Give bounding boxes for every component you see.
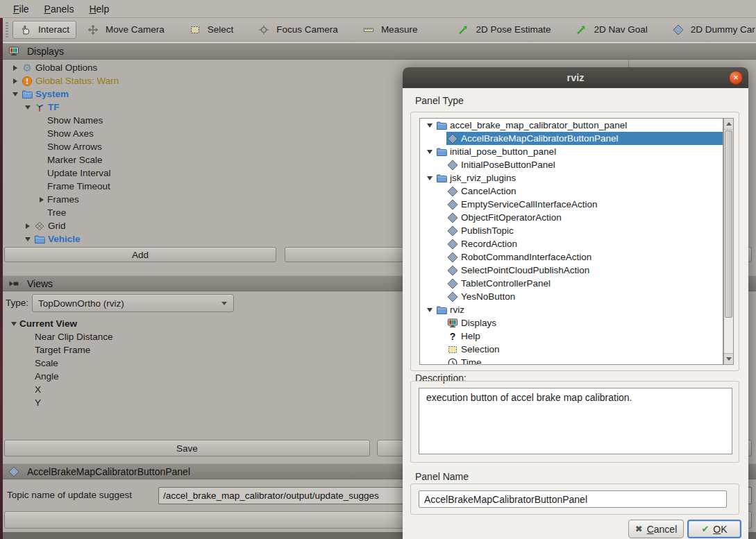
- tree-item-update-interval[interactable]: Update Interval: [3, 166, 405, 180]
- tree-item-vehicle[interactable]: Vehicle: [3, 232, 405, 246]
- tool-label: 2D Pose Estimate: [476, 24, 551, 35]
- panel-type-item-selection[interactable]: Selection: [420, 343, 723, 356]
- tree-item-label: Near Clip Distance: [35, 332, 113, 342]
- expanded-arrow-icon: [8, 322, 19, 326]
- menu-bar: FilePanelsHelp: [0, 0, 756, 18]
- add-button[interactable]: Add: [4, 247, 276, 262]
- panel-type-item-tabletcontrollerpanel[interactable]: TabletControllerPanel: [420, 277, 723, 290]
- panel-type-item-label: RobotCommandInterfaceAction: [461, 252, 591, 262]
- panel-type-item-emptyservicecallinterfaceaction[interactable]: EmptyServiceCallInterfaceAction: [420, 198, 723, 211]
- tree-item-label: TF: [48, 102, 60, 112]
- panel-type-item-accelbrakemapcalibratorbuttonpanel[interactable]: AccelBrakeMapCalibratorButtonPanel: [420, 132, 723, 145]
- panel-type-item-recordaction[interactable]: RecordAction: [420, 237, 723, 250]
- panel-type-item-jsk-rviz-plugins[interactable]: jsk_rviz_plugins: [420, 171, 723, 185]
- plugin-diamond-icon: [446, 133, 459, 144]
- tool-label: Interact: [38, 24, 69, 35]
- tree-item-scale[interactable]: Scale: [3, 357, 405, 370]
- scrollbar-thumb[interactable]: [725, 130, 732, 318]
- panel-type-item-label: RecordAction: [461, 239, 517, 249]
- panel-type-item-help[interactable]: ?Help: [420, 330, 723, 343]
- plugin-diamond-icon: [446, 291, 459, 302]
- tool-2d-dummy-car[interactable]: 2D Dummy Car: [667, 21, 756, 39]
- plugin-diamond-icon: [446, 199, 459, 210]
- panel-type-item-displays[interactable]: Displays: [420, 316, 723, 330]
- tool-move-camera[interactable]: Move Camera: [82, 21, 169, 39]
- tree-item-show-names[interactable]: Show Names: [3, 114, 405, 127]
- tree-item-near-clip-distance[interactable]: Near Clip Distance: [3, 330, 405, 343]
- tree-item-label: Angle: [35, 371, 59, 382]
- plugin-diamond-icon: [446, 212, 459, 223]
- scroll-up-icon[interactable]: [724, 119, 733, 130]
- scroll-down-icon[interactable]: [724, 353, 733, 364]
- panel-type-scrollbar[interactable]: [723, 118, 734, 365]
- panel-type-item-label: initial_pose_button_panel: [450, 146, 556, 157]
- tree-item-label: Update Interval: [47, 168, 111, 178]
- tree-item-frames[interactable]: Frames: [3, 193, 405, 206]
- cancel-button-label: Cancel: [647, 524, 678, 535]
- panel-type-item-robotcommandinterfaceaction[interactable]: RobotCommandInterfaceAction: [420, 250, 723, 264]
- tool-label: 2D Dummy Car: [691, 24, 755, 35]
- tree-item-label: Vehicle: [48, 234, 81, 244]
- tool-measure[interactable]: Measure: [358, 21, 423, 39]
- collapsed-arrow-icon: [10, 65, 21, 71]
- expanded-arrow-icon: [22, 105, 33, 110]
- panel-type-item-accel-brake-map-calibrator-button-panel[interactable]: accel_brake_map_calibrator_button_panel: [420, 119, 723, 132]
- tree-item-label: X: [35, 384, 41, 395]
- panel-name-input[interactable]: [419, 490, 727, 508]
- monitor-icon: [446, 318, 459, 329]
- tree-item-angle[interactable]: Angle: [3, 370, 405, 383]
- panel-type-item-objectfitoperatoraction[interactable]: ObjectFitOperatorAction: [420, 211, 723, 224]
- tree-item-show-arrows[interactable]: Show Arrows: [3, 140, 405, 153]
- panel-type-item-initial-pose-button-panel[interactable]: initial_pose_button_panel: [420, 145, 723, 158]
- panel-type-item-time[interactable]: Time: [420, 356, 723, 365]
- expanded-arrow-icon: [424, 308, 435, 312]
- plugin-diamond-icon: [446, 186, 459, 197]
- folder-icon: [33, 234, 46, 245]
- tool-label: Select: [208, 24, 234, 35]
- menu-help[interactable]: Help: [81, 1, 117, 17]
- view-type-dropdown[interactable]: TopDownOrtho (rviz): [32, 294, 234, 312]
- tool-focus-camera[interactable]: Focus Camera: [253, 21, 343, 39]
- monitor-icon: [8, 46, 20, 57]
- tool-interact[interactable]: Interact: [12, 21, 76, 39]
- cross-icon: ✖: [635, 524, 643, 534]
- toolbar: InteractMove CameraSelectFocus CameraMea…: [3, 18, 756, 42]
- close-icon[interactable]: ×: [729, 71, 743, 85]
- panel-type-item-initialposebuttonpanel[interactable]: InitialPoseButtonPanel: [420, 158, 723, 171]
- tool-select[interactable]: Select: [184, 21, 239, 39]
- tool-2d-pose-estimate[interactable]: 2D Pose Estimate: [452, 21, 555, 39]
- rviz-window: FilePanelsHelp InteractMove CameraSelect…: [0, 0, 756, 539]
- save-button[interactable]: Save: [4, 440, 370, 456]
- toolbar-drag-handle[interactable]: [6, 22, 8, 37]
- panel-type-item-rviz[interactable]: rviz: [420, 303, 723, 316]
- tree-item-show-axes[interactable]: Show Axes: [3, 127, 405, 140]
- tree-item-x[interactable]: X: [3, 383, 405, 396]
- tree-item-global-options[interactable]: ⚙Global Options: [3, 61, 405, 74]
- tree-item-y[interactable]: Y: [3, 396, 405, 409]
- tree-item-current-view[interactable]: Current View: [3, 317, 405, 330]
- menu-panels[interactable]: Panels: [37, 1, 82, 17]
- cancel-button[interactable]: ✖ Cancel: [628, 520, 684, 538]
- tree-item-marker-scale[interactable]: Marker Scale: [3, 153, 405, 166]
- clock-icon: [446, 357, 459, 366]
- tree-item-target-frame[interactable]: Target Frame: [3, 343, 405, 357]
- panel-type-item-label: Time: [461, 357, 482, 365]
- tree-item-frame-timeout[interactable]: Frame Timeout: [3, 180, 405, 193]
- panel-type-item-cancelaction[interactable]: CancelAction: [420, 185, 723, 198]
- folder-icon: [21, 89, 33, 100]
- tree-item-label: Y: [35, 397, 41, 408]
- tree-item-global-status-warn[interactable]: Global Status: Warn: [3, 74, 405, 87]
- tool-2d-nav-goal[interactable]: 2D Nav Goal: [570, 21, 652, 39]
- panel-type-item-label: EmptyServiceCallInterfaceAction: [461, 199, 598, 209]
- tree-item-grid[interactable]: Grid: [3, 219, 405, 232]
- panel-type-item-publishtopic[interactable]: PublishTopic: [420, 224, 723, 237]
- menu-file[interactable]: File: [6, 1, 37, 17]
- panel-type-item-selectpointcloudpublishaction[interactable]: SelectPointCloudPublishAction: [420, 264, 723, 277]
- panel-type-item-yesnobutton[interactable]: YesNoButton: [420, 290, 723, 303]
- displays-panel-title: Displays: [27, 46, 64, 57]
- tree-item-system[interactable]: System: [3, 87, 405, 101]
- ok-button[interactable]: ✔ OK: [687, 520, 741, 538]
- plugin-diamond-icon: [446, 265, 459, 276]
- tree-item-tree[interactable]: Tree: [3, 206, 405, 219]
- tree-item-tf[interactable]: TF: [3, 101, 405, 114]
